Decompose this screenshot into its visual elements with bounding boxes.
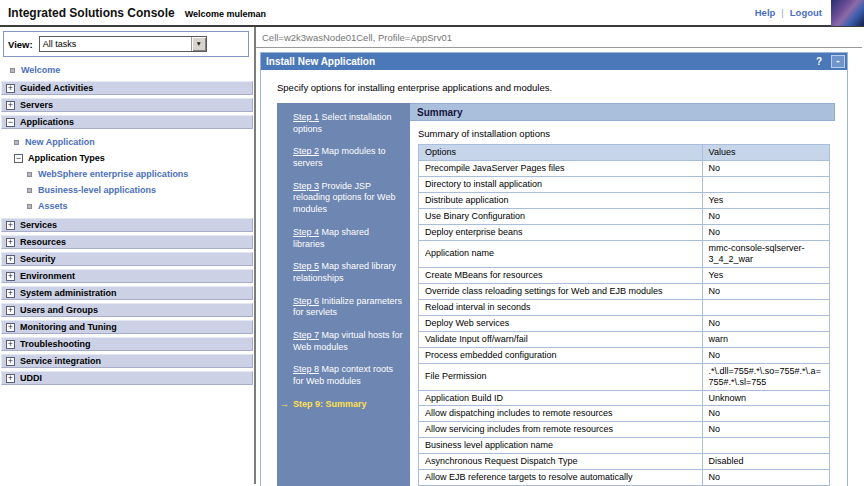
app-body: View: All tasks ▼ Welcome + Guided Activ…	[0, 27, 864, 484]
summary-header: Summary	[410, 103, 835, 121]
sidebar-section-troubleshooting[interactable]: + Troubleshooting	[1, 337, 253, 351]
applications-section-content: New Application − Application Types WebS…	[0, 132, 254, 218]
table-row: Allow servicing includes from remote res…	[419, 422, 830, 438]
step-6-link[interactable]: Step 6	[293, 296, 319, 306]
page-title: Install New Application	[266, 56, 816, 67]
expand-icon[interactable]: +	[6, 323, 15, 332]
current-step-arrow-icon: →	[280, 399, 289, 411]
help-icon[interactable]: ?	[816, 56, 822, 67]
table-row: File Permission .*\.dll=755#.*\.so=755#.…	[419, 363, 830, 390]
wizard-step-7: Step 7 Map virtual hosts for Web modules	[293, 330, 403, 353]
expand-icon[interactable]: +	[6, 289, 15, 298]
step-8-link[interactable]: Step 8	[293, 364, 319, 374]
table-header-row: Options Values	[419, 145, 830, 161]
table-row: Asynchronous Request Dispatch Type Disab…	[419, 454, 830, 470]
view-selector-box: View: All tasks ▼	[3, 31, 249, 57]
column-header-options: Options	[419, 145, 703, 161]
expand-icon[interactable]: +	[6, 221, 15, 230]
expand-icon[interactable]: +	[6, 84, 15, 93]
expand-icon[interactable]: +	[6, 238, 15, 247]
collapse-icon[interactable]: −	[14, 154, 23, 163]
install-wizard: Step 1 Select installation options Step …	[277, 103, 835, 486]
table-row: Application Build ID Unknown	[419, 390, 830, 406]
step-2-link[interactable]: Step 2	[293, 146, 319, 156]
welcome-link[interactable]: Welcome	[21, 65, 60, 75]
summary-panel: Summary Summary of installation options …	[410, 103, 835, 486]
sidebar-item-new-application[interactable]: New Application	[14, 137, 254, 147]
sidebar-item-welcome[interactable]: Welcome	[0, 62, 254, 81]
expand-icon[interactable]: +	[6, 340, 15, 349]
sidebar-section-monitoring-and-tuning[interactable]: + Monitoring and Tuning	[1, 320, 253, 334]
sidebar-item-application-types[interactable]: − Application Types	[14, 153, 254, 163]
breadcrumb: Cell=w2k3wasNode01Cell, Profile=AppSrv01	[256, 27, 862, 48]
panel-body: Specify options for installing enterpris…	[261, 70, 847, 486]
wizard-step-9-current: → Step 9: Summary	[280, 399, 403, 411]
step-1-link[interactable]: Step 1	[293, 112, 319, 122]
step-5-link[interactable]: Step 5	[293, 261, 319, 271]
wizard-step-3: Step 3 Provide JSP reloading options for…	[293, 181, 403, 216]
expand-icon[interactable]: +	[6, 374, 15, 383]
bullet-square-icon	[27, 204, 32, 209]
column-header-values: Values	[702, 145, 829, 161]
wizard-steps-panel: Step 1 Select installation options Step …	[277, 103, 410, 486]
sidebar-section-uddi[interactable]: + UDDI	[1, 371, 253, 385]
summary-body: Summary of installation options Options …	[410, 121, 835, 486]
welcome-user-text: Welcome muleman	[185, 9, 266, 19]
sidebar-section-guided-activities[interactable]: + Guided Activities	[1, 81, 253, 95]
expand-icon[interactable]: +	[6, 357, 15, 366]
bullet-square-icon	[10, 68, 15, 73]
table-row: Application name mmc-console-sqlserver-3…	[419, 240, 830, 267]
sidebar-section-services[interactable]: + Services	[1, 218, 253, 232]
top-banner: Integrated Solutions Console Welcome mul…	[0, 0, 864, 27]
wizard-step-1: Step 1 Select installation options	[293, 112, 403, 135]
link-separator: |	[781, 7, 783, 18]
sidebar-section-applications[interactable]: − Applications	[1, 115, 253, 129]
dropdown-arrow-icon[interactable]: ▼	[191, 37, 206, 51]
main-content: Cell=w2k3wasNode01Cell, Profile=AppSrv01…	[256, 27, 864, 484]
wizard-step-6: Step 6 Initialize parameters for servlet…	[293, 296, 403, 319]
sidebar-section-service-integration[interactable]: + Service integration	[1, 354, 253, 368]
expand-icon[interactable]: +	[6, 272, 15, 281]
table-row: Deploy enterprise beans No	[419, 224, 830, 240]
summary-subtitle: Summary of installation options	[418, 128, 832, 139]
wizard-step-5: Step 5 Map shared library relationships	[293, 261, 403, 284]
table-row: Allow dispatching includes to remote res…	[419, 406, 830, 422]
table-row: Validate Input off/warn/fail warn	[419, 331, 830, 347]
wizard-step-2: Step 2 Map modules to servers	[293, 146, 403, 169]
sidebar-section-system-administration[interactable]: + System administration	[1, 286, 253, 300]
logout-link[interactable]: Logout	[790, 7, 822, 18]
sidebar-section-servers[interactable]: + Servers	[1, 98, 253, 112]
step-4-link[interactable]: Step 4	[293, 227, 319, 237]
table-row: Process embedded configuration No	[419, 347, 830, 363]
sidebar-section-users-and-groups[interactable]: + Users and Groups	[1, 303, 253, 317]
table-row: Business level application name	[419, 438, 830, 454]
current-step-label: Step 9: Summary	[293, 399, 367, 411]
wizard-step-4: Step 4 Map shared libraries	[293, 227, 403, 250]
view-label: View:	[8, 39, 33, 50]
help-link[interactable]: Help	[755, 7, 776, 18]
table-row: Distribute application Yes	[419, 192, 830, 208]
expand-icon[interactable]: +	[6, 101, 15, 110]
view-task-select[interactable]: All tasks ▼	[39, 36, 207, 52]
table-row: Directory to install application	[419, 176, 830, 192]
sidebar-section-resources[interactable]: + Resources	[1, 235, 253, 249]
table-row: Reload interval in seconds	[419, 299, 830, 315]
sidebar-item-websphere-enterprise-applications[interactable]: WebSphere enterprise applications	[27, 169, 254, 179]
step-7-link[interactable]: Step 7	[293, 330, 319, 340]
sidebar-item-assets[interactable]: Assets	[27, 201, 254, 211]
navigation-sidebar: View: All tasks ▼ Welcome + Guided Activ…	[0, 27, 256, 484]
expand-icon[interactable]: +	[6, 306, 15, 315]
sidebar-item-business-level-applications[interactable]: Business-level applications	[27, 185, 254, 195]
step-3-link[interactable]: Step 3	[293, 181, 319, 191]
sidebar-section-security[interactable]: + Security	[1, 252, 253, 266]
bullet-square-icon	[27, 188, 32, 193]
panel-titlebar: Install New Application ? -	[261, 53, 847, 70]
brand-banner-image	[831, 0, 864, 26]
minimize-icon[interactable]: -	[831, 55, 845, 68]
expand-icon[interactable]: +	[6, 255, 15, 264]
application-types-children: WebSphere enterprise applications Busine…	[14, 169, 254, 211]
collapse-icon[interactable]: −	[6, 118, 15, 127]
bullet-square-icon	[27, 172, 32, 177]
summary-table: Options Values Precompile JavaServer Pag…	[418, 144, 830, 486]
sidebar-section-environment[interactable]: + Environment	[1, 269, 253, 283]
